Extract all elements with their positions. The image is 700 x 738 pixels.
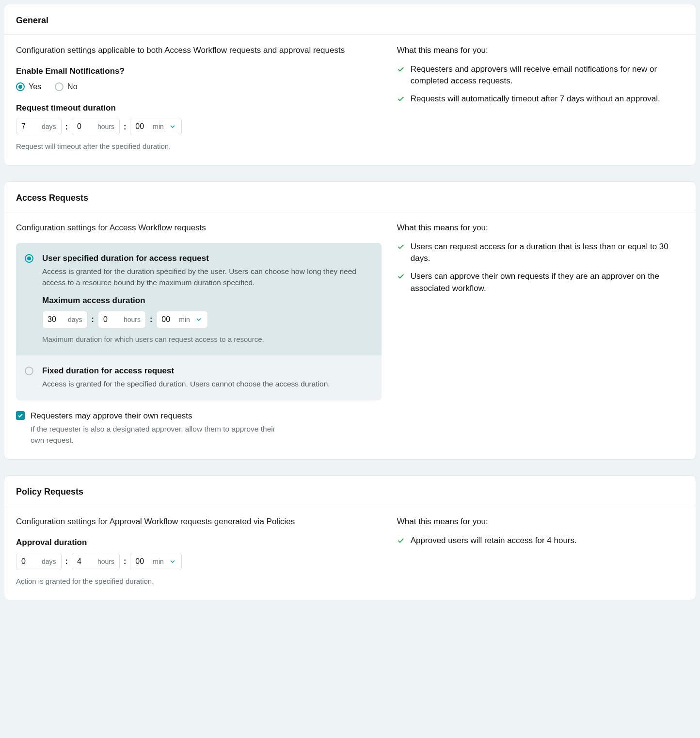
approval-mins-cell[interactable]: min xyxy=(130,553,182,570)
access-desc: Configuration settings for Access Workfl… xyxy=(16,222,382,234)
approval-hours-unit: hours xyxy=(97,557,114,566)
access-means-title: What this means for you: xyxy=(397,222,684,234)
timeout-days-input[interactable] xyxy=(21,122,38,131)
approval-duration-label: Approval duration xyxy=(16,537,382,549)
access-means-list: Users can request access for a duration … xyxy=(397,241,684,295)
max-days-input[interactable] xyxy=(48,315,64,324)
radio-unselected-icon xyxy=(55,82,64,91)
timeout-mins-unit: min xyxy=(153,122,164,131)
policy-means-title: What this means for you: xyxy=(397,516,684,528)
request-timeout-label: Request timeout duration xyxy=(16,102,382,114)
timeout-hours-input[interactable] xyxy=(77,122,94,131)
self-approve-desc: If the requester is also a designated ap… xyxy=(16,424,287,446)
timeout-mins-cell[interactable]: min xyxy=(130,118,182,135)
access-card: Access Requests Configuration settings f… xyxy=(4,181,696,460)
email-yes-label: Yes xyxy=(29,81,41,92)
approval-duration-helper: Action is granted for the specified dura… xyxy=(16,576,382,587)
checkbox-checked-icon xyxy=(16,411,25,420)
approval-days-input[interactable] xyxy=(21,557,38,566)
max-hours-cell[interactable]: hours xyxy=(98,311,146,328)
check-icon xyxy=(397,243,405,251)
duration-mode-group: User specified duration for access reque… xyxy=(16,243,382,401)
email-yes-option[interactable]: Yes xyxy=(16,81,41,92)
max-access-duration: days : hours : min xyxy=(42,311,208,328)
chevron-down-icon xyxy=(195,316,203,323)
fixed-duration-desc: Access is granted for the specified dura… xyxy=(42,379,371,389)
max-hours-input[interactable] xyxy=(103,315,120,324)
timeout-mins-input[interactable] xyxy=(135,122,148,131)
chevron-down-icon xyxy=(169,558,176,565)
max-access-duration-label: Maximum access duration xyxy=(42,295,371,307)
email-no-label: No xyxy=(67,81,77,92)
max-duration-helper: Maximum duration for which users can req… xyxy=(42,334,371,345)
approval-hours-cell[interactable]: hours xyxy=(72,553,120,570)
max-mins-input[interactable] xyxy=(161,315,174,324)
approval-days-cell[interactable]: days xyxy=(16,553,62,570)
approval-mins-unit: min xyxy=(153,557,164,566)
fixed-duration-option[interactable]: Fixed duration for access request Access… xyxy=(16,355,382,401)
max-hours-unit: hours xyxy=(124,315,141,324)
user-specified-duration-title: User specified duration for access reque… xyxy=(42,253,371,265)
timeout-hours-cell[interactable]: hours xyxy=(72,118,120,135)
timeout-days-unit: days xyxy=(42,122,56,131)
list-item: Requesters and approvers will receive em… xyxy=(397,64,684,87)
self-approve-label: Requesters may approve their own request… xyxy=(31,410,192,422)
general-means-title: What this means for you: xyxy=(397,45,684,57)
request-timeout-duration: days : hours : min xyxy=(16,118,182,135)
chevron-down-icon xyxy=(169,123,176,130)
check-icon xyxy=(397,537,405,545)
policy-desc: Configuration settings for Approval Work… xyxy=(16,516,382,528)
general-means-list: Requesters and approvers will receive em… xyxy=(397,64,684,105)
timeout-hours-unit: hours xyxy=(97,122,114,131)
radio-unselected-icon xyxy=(25,367,33,375)
max-days-unit: days xyxy=(68,315,82,324)
timeout-days-cell[interactable]: days xyxy=(16,118,62,135)
fixed-duration-title: Fixed duration for access request xyxy=(42,365,371,377)
approval-hours-input[interactable] xyxy=(77,557,94,566)
list-item: Users can approve their own requests if … xyxy=(397,271,684,294)
max-mins-cell[interactable]: min xyxy=(156,311,208,328)
policy-card: Policy Requests Configuration settings f… xyxy=(4,475,696,600)
general-card: General Configuration settings applicabl… xyxy=(4,4,696,166)
approval-days-unit: days xyxy=(42,557,56,566)
timeout-helper: Request will timeout after the specified… xyxy=(16,141,382,152)
policy-title: Policy Requests xyxy=(4,476,696,506)
policy-means-list: Approved users will retain access for 4 … xyxy=(397,535,684,547)
timeout-sep1: : xyxy=(62,121,72,132)
approval-mins-input[interactable] xyxy=(135,557,148,566)
radio-selected-icon xyxy=(16,82,25,91)
check-icon xyxy=(397,273,405,280)
list-item: Users can request access for a duration … xyxy=(397,241,684,265)
general-title: General xyxy=(4,4,696,35)
check-icon xyxy=(397,95,405,103)
list-item: Requests will automatically timeout afte… xyxy=(397,93,684,105)
access-title: Access Requests xyxy=(4,182,696,212)
timeout-sep2: : xyxy=(120,121,130,132)
max-mins-unit: min xyxy=(179,315,190,324)
email-no-option[interactable]: No xyxy=(55,81,77,92)
email-notifications-label: Enable Email Notifications? xyxy=(16,65,382,78)
list-item: Approved users will retain access for 4 … xyxy=(397,535,684,547)
general-desc: Configuration settings applicable to bot… xyxy=(16,45,382,57)
approval-duration: days : hours : min xyxy=(16,553,182,570)
user-specified-duration-option[interactable]: User specified duration for access reque… xyxy=(16,243,382,355)
radio-selected-icon xyxy=(25,254,33,263)
user-specified-duration-desc: Access is granted for the duration speci… xyxy=(42,266,371,288)
self-approve-checkbox-row[interactable]: Requesters may approve their own request… xyxy=(16,410,382,422)
check-icon xyxy=(397,65,405,73)
max-days-cell[interactable]: days xyxy=(42,311,88,328)
